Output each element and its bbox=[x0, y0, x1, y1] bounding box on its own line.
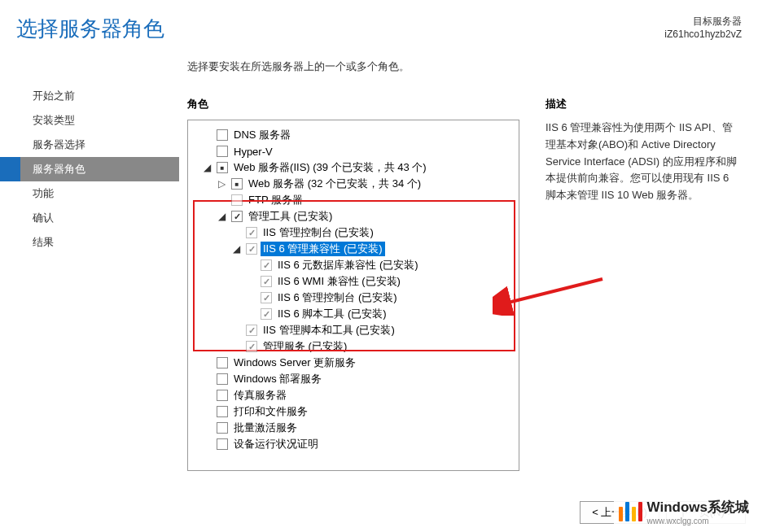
tree-row[interactable]: ▷IIS 6 脚本工具 (已安装) bbox=[191, 306, 515, 322]
wizard-sidebar: 开始之前安装类型服务器选择服务器角色功能确认结果 bbox=[0, 59, 179, 471]
tree-row[interactable]: ▷Web 服务器 (32 个已安装，共 34 个) bbox=[191, 176, 515, 192]
checkbox[interactable] bbox=[231, 211, 243, 222]
tree-item-label[interactable]: IIS 6 管理兼容性 (已安装) bbox=[261, 242, 385, 256]
tree-row[interactable]: ▷打印和文件服务 bbox=[191, 403, 515, 420]
checkbox bbox=[231, 194, 243, 206]
tree-item-label[interactable]: 设备运行状况证明 bbox=[231, 437, 321, 451]
tree-item-label[interactable]: 传真服务器 bbox=[231, 388, 289, 403]
watermark-logo-icon bbox=[619, 502, 642, 521]
nav-item-3[interactable]: 服务器角色 bbox=[0, 157, 179, 181]
tree-row[interactable]: ◢IIS 6 管理兼容性 (已安装) bbox=[191, 241, 515, 257]
watermark: Windows系统城 www.wxclgg.com bbox=[614, 496, 754, 527]
instruction-text: 选择要安装在所选服务器上的一个或多个角色。 bbox=[187, 59, 750, 74]
tree-item-label[interactable]: IIS 6 脚本工具 (已安装) bbox=[275, 307, 389, 321]
nav-item-6: 结果 bbox=[0, 230, 179, 255]
checkbox bbox=[261, 276, 272, 287]
checkbox[interactable] bbox=[217, 406, 228, 417]
tree-item-label[interactable]: IIS 6 管理控制台 (已安装) bbox=[275, 290, 400, 305]
checkbox[interactable] bbox=[217, 129, 228, 141]
page-title: 选择服务器角色 bbox=[16, 15, 164, 43]
tree-item-label[interactable]: Windows 部署服务 bbox=[231, 372, 324, 386]
checkbox[interactable] bbox=[217, 438, 228, 450]
tree-item-label[interactable]: 打印和文件服务 bbox=[231, 404, 310, 419]
checkbox[interactable] bbox=[217, 357, 228, 368]
nav-item-5: 确认 bbox=[0, 206, 179, 230]
desc-header: 描述 bbox=[545, 97, 738, 111]
tree-row[interactable]: ▷IIS 管理脚本和工具 (已安装) bbox=[191, 322, 515, 338]
tree-row[interactable]: ▷Windows 部署服务 bbox=[191, 371, 515, 387]
dest-value: iZ61hco1hyzb2vZ bbox=[664, 28, 742, 40]
watermark-name: Windows系统城 bbox=[647, 499, 749, 515]
nav-item-4[interactable]: 功能 bbox=[0, 181, 179, 206]
collapse-icon[interactable]: ◢ bbox=[201, 162, 213, 173]
tree-row[interactable]: ▷Hyper-V bbox=[191, 143, 515, 159]
tree-item-label[interactable]: IIS 管理控制台 (已安装) bbox=[261, 225, 376, 240]
tree-item-label[interactable]: IIS 6 元数据库兼容性 (已安装) bbox=[275, 258, 421, 273]
checkbox bbox=[261, 292, 272, 303]
tree-row[interactable]: ◢Web 服务器(IIS) (39 个已安装，共 43 个) bbox=[191, 159, 515, 176]
tree-row[interactable]: ▷IIS 6 管理控制台 (已安装) bbox=[191, 290, 515, 306]
tree-item-label[interactable]: Windows Server 更新服务 bbox=[231, 355, 358, 370]
tree-row[interactable]: ▷IIS 管理控制台 (已安装) bbox=[191, 225, 515, 241]
tree-item-label[interactable]: Web 服务器(IIS) (39 个已安装，共 43 个) bbox=[231, 160, 429, 175]
tree-item-label[interactable]: IIS 6 WMI 兼容性 (已安装) bbox=[275, 274, 403, 289]
tree-item-label[interactable]: 管理工具 (已安装) bbox=[246, 209, 335, 224]
collapse-icon[interactable]: ◢ bbox=[230, 243, 243, 255]
dest-label: 目标服务器 bbox=[664, 15, 742, 28]
checkbox bbox=[246, 341, 257, 352]
nav-item-0[interactable]: 开始之前 bbox=[0, 84, 179, 108]
checkbox bbox=[261, 308, 272, 320]
checkbox bbox=[246, 325, 257, 336]
tree-row[interactable]: ▷管理服务 (已安装) bbox=[191, 338, 515, 355]
tree-row[interactable]: ▷传真服务器 bbox=[191, 387, 515, 403]
tree-row[interactable]: ▷设备运行状况证明 bbox=[191, 436, 515, 452]
tree-row[interactable]: ▷DNS 服务器 bbox=[191, 127, 515, 143]
checkbox bbox=[246, 243, 257, 255]
tree-item-label[interactable]: FTP 服务器 bbox=[246, 193, 305, 207]
collapse-icon[interactable]: ◢ bbox=[216, 211, 228, 222]
roles-tree[interactable]: ▷DNS 服务器▷Hyper-V◢Web 服务器(IIS) (39 个已安装，共… bbox=[187, 120, 519, 471]
nav-item-2[interactable]: 服务器选择 bbox=[0, 133, 179, 157]
checkbox[interactable] bbox=[217, 390, 228, 401]
nav-item-1[interactable]: 安装类型 bbox=[0, 108, 179, 133]
description-text: IIS 6 管理兼容性为使用两个 IIS API、管理基本对象(ABO)和 Ac… bbox=[545, 120, 738, 204]
checkbox[interactable] bbox=[231, 178, 243, 190]
expand-icon[interactable]: ▷ bbox=[216, 178, 228, 190]
checkbox[interactable] bbox=[217, 162, 228, 173]
tree-row[interactable]: ◢管理工具 (已安装) bbox=[191, 208, 515, 225]
checkbox[interactable] bbox=[217, 422, 228, 434]
watermark-url: www.wxclgg.com bbox=[647, 517, 749, 525]
tree-item-label[interactable]: DNS 服务器 bbox=[231, 128, 293, 142]
tree-row[interactable]: ▷FTP 服务器 bbox=[191, 192, 515, 208]
tree-row[interactable]: ▷IIS 6 元数据库兼容性 (已安装) bbox=[191, 257, 515, 273]
checkbox bbox=[246, 227, 257, 238]
checkbox[interactable] bbox=[217, 373, 228, 385]
checkbox bbox=[261, 259, 272, 271]
tree-item-label[interactable]: Hyper-V bbox=[231, 146, 275, 158]
tree-row[interactable]: ▷批量激活服务 bbox=[191, 420, 515, 436]
tree-item-label[interactable]: Web 服务器 (32 个已安装，共 34 个) bbox=[246, 177, 423, 191]
tree-item-label[interactable]: 批量激活服务 bbox=[231, 421, 300, 435]
checkbox[interactable] bbox=[217, 146, 228, 157]
tree-row[interactable]: ▷IIS 6 WMI 兼容性 (已安装) bbox=[191, 273, 515, 290]
tree-item-label[interactable]: 管理服务 (已安装) bbox=[261, 339, 349, 354]
roles-header: 角色 bbox=[187, 97, 521, 111]
tree-item-label[interactable]: IIS 管理脚本和工具 (已安装) bbox=[261, 323, 397, 338]
tree-row[interactable]: ▷Windows Server 更新服务 bbox=[191, 355, 515, 371]
destination-info: 目标服务器 iZ61hco1hyzb2vZ bbox=[664, 15, 742, 40]
